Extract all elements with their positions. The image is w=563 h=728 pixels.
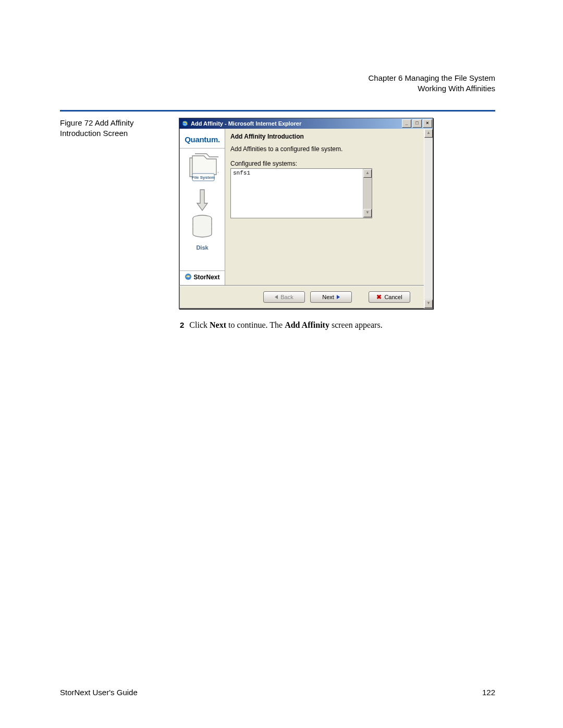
minimize-button[interactable]: _ bbox=[402, 119, 411, 128]
titlebar: Add Affinity - Microsoft Internet Explor… bbox=[179, 118, 433, 129]
maximize-button[interactable]: □ bbox=[412, 119, 422, 128]
ie-icon bbox=[181, 120, 189, 127]
next-button[interactable]: Next bbox=[310, 291, 352, 303]
scroll-down-icon[interactable]: ▼ bbox=[424, 300, 433, 308]
horizontal-rule bbox=[60, 110, 495, 112]
arrow-down-icon bbox=[194, 189, 210, 213]
triangle-right-icon bbox=[337, 295, 340, 299]
quantum-logo: Quantum. bbox=[180, 132, 225, 149]
product-label: StorNext bbox=[193, 274, 219, 281]
product-row: StorNext bbox=[180, 270, 225, 285]
scroll-up-icon[interactable]: ▲ bbox=[424, 129, 433, 138]
disk-label: Disk bbox=[180, 244, 225, 251]
step-number: 2 bbox=[180, 320, 184, 330]
cancel-button[interactable]: ✖ Cancel bbox=[369, 291, 410, 303]
disk-icon bbox=[190, 214, 215, 243]
scrollbar-track[interactable] bbox=[424, 138, 433, 299]
window-title: Add Affinity - Microsoft Internet Explor… bbox=[191, 120, 401, 127]
wizard-button-row: Back Next ✖ Cancel bbox=[179, 286, 424, 309]
file-system-icon: File System bbox=[186, 153, 218, 187]
stornext-icon bbox=[185, 273, 192, 282]
chapter-title: Chapter 6 Managing the File System bbox=[60, 73, 495, 83]
scroll-up-icon[interactable]: ▲ bbox=[363, 169, 372, 178]
figure-caption: Figure 72 Add Affinity Introduction Scre… bbox=[60, 118, 154, 139]
step-text: Click Next to continue. The Add Affinity… bbox=[189, 320, 382, 330]
panel-heading: Add Affinity Introduction bbox=[230, 133, 419, 140]
main-area: Add Affinity Introduction Add Affinities… bbox=[225, 129, 424, 285]
page-footer: StorNext User's Guide 122 bbox=[60, 688, 495, 697]
file-systems-listbox[interactable]: snfs1 ▲ ▼ bbox=[230, 168, 372, 218]
sidebar: Quantum. File System bbox=[180, 129, 225, 285]
footer-page-number: 122 bbox=[482, 688, 495, 697]
svg-point-5 bbox=[188, 276, 189, 277]
page-header: Chapter 6 Managing the File System Worki… bbox=[60, 73, 495, 94]
x-icon: ✖ bbox=[376, 293, 382, 301]
listbox-content[interactable]: snfs1 bbox=[231, 169, 363, 218]
panel-description: Add Affinities to a configured file syst… bbox=[230, 145, 419, 153]
instruction-step: 2 Click Next to continue. The Add Affini… bbox=[180, 320, 495, 330]
back-button: Back bbox=[263, 291, 305, 303]
section-title: Working With Affinities bbox=[60, 83, 495, 94]
list-item[interactable]: snfs1 bbox=[233, 170, 361, 176]
close-button[interactable]: × bbox=[423, 119, 432, 128]
footer-guide-title: StorNext User's Guide bbox=[60, 688, 138, 697]
browser-window: Add Affinity - Microsoft Internet Explor… bbox=[179, 118, 433, 309]
scroll-down-icon[interactable]: ▼ bbox=[363, 209, 372, 217]
triangle-left-icon bbox=[275, 295, 278, 299]
window-controls: _ □ × bbox=[401, 118, 433, 129]
page-scrollbar[interactable]: ▲ ▼ bbox=[424, 129, 433, 309]
listbox-label: Configured file systems: bbox=[230, 160, 419, 167]
listbox-scrollbar[interactable]: ▲ ▼ bbox=[363, 169, 372, 218]
svg-text:File System: File System bbox=[192, 175, 215, 180]
